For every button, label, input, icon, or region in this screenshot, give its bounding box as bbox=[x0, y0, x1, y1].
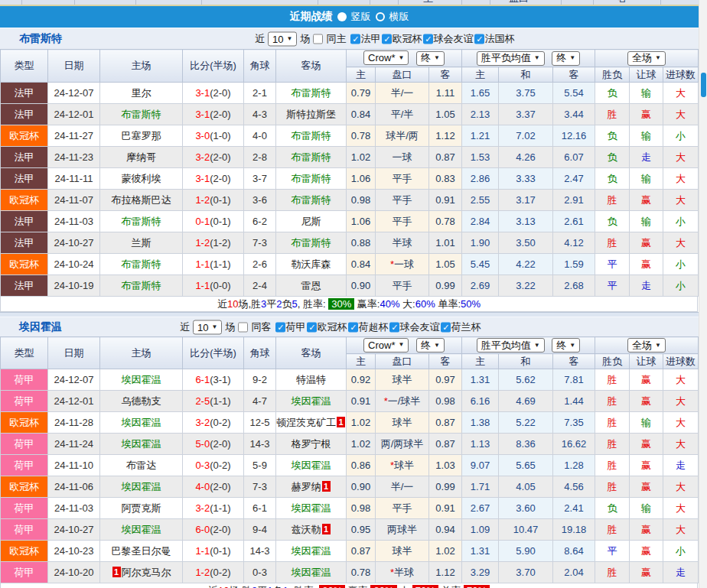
handicap-cell: 球半 bbox=[376, 369, 429, 391]
matches-table: 类型 日期 主场 比分(半场) 角球 客场 Crow*▼ 终▼ 胜平负均值▼ 终… bbox=[0, 336, 699, 583]
halftime-score: (1-2) bbox=[210, 237, 230, 249]
league-filter-label: 荷甲 bbox=[285, 320, 305, 334]
checkbox-checked-icon[interactable]: ✓ bbox=[307, 322, 317, 332]
avg-away-cell: 4.56 bbox=[553, 476, 595, 498]
avg-draw-cell: 4.69 bbox=[499, 391, 553, 412]
away-team-cell: 布雷斯特 bbox=[276, 125, 347, 147]
odds-source-select[interactable]: Crow*▼ bbox=[363, 338, 409, 352]
avg-state-select[interactable]: 终▼ bbox=[552, 338, 580, 352]
checkbox-checked-icon[interactable]: ✓ bbox=[441, 322, 451, 332]
handicap-result-cell: 输 bbox=[630, 412, 663, 434]
league-filter-item[interactable]: ✓球会友谊 bbox=[389, 320, 439, 334]
table-row: 法甲24-12-07里尔3-1(2-0)2-1布雷斯特0.79半/一1.111.… bbox=[1, 83, 699, 104]
horizontal-layout-label[interactable]: 横版 bbox=[389, 10, 409, 24]
handicap-cell: 平手 bbox=[376, 168, 429, 190]
score-cell: 3-1(2-0) bbox=[183, 168, 244, 190]
team-name: 埃因霍温 bbox=[122, 481, 161, 492]
odds-home-cell: 0.98 bbox=[347, 498, 376, 519]
date-cell: 24-11-03 bbox=[48, 211, 100, 232]
result-cell: 胜 bbox=[595, 412, 630, 434]
league-filter-item[interactable]: ✓法甲 bbox=[350, 32, 380, 46]
scrollbar-thumb[interactable] bbox=[701, 73, 706, 97]
scope-select[interactable]: 全场▼ bbox=[627, 51, 666, 66]
away-team-cell: 特温特 bbox=[276, 369, 347, 391]
avg-odds-select[interactable]: 胜平负均值▼ bbox=[477, 51, 545, 66]
league-filter-item[interactable]: ✓荷超杯 bbox=[348, 320, 388, 334]
home-team-cell: 巴黎圣日尔曼 bbox=[100, 541, 183, 562]
same-venue-checkbox[interactable] bbox=[313, 34, 323, 44]
scope-select[interactable]: 全场▼ bbox=[627, 338, 666, 352]
table-row: 欧冠杯24-11-28埃因霍温3-2(0-2)12-5顿涅茨克矿工11.02球半… bbox=[1, 412, 699, 434]
avg-state-select[interactable]: 终▼ bbox=[552, 51, 580, 66]
column-divider bbox=[21, 0, 22, 5]
scrollbar[interactable] bbox=[699, 0, 707, 588]
league-filter-item[interactable]: ✓欧冠杯 bbox=[382, 32, 422, 46]
games-count-select[interactable]: 10▼ bbox=[268, 31, 297, 46]
odds-away-cell: 0.87 bbox=[429, 434, 462, 455]
checkbox-checked-icon[interactable]: ✓ bbox=[350, 34, 360, 44]
date-cell: 24-10-20 bbox=[48, 562, 100, 583]
handicap-result-cell: 赢 bbox=[630, 519, 663, 541]
radio-vertical-selected[interactable] bbox=[337, 12, 347, 21]
odds-source-select[interactable]: Crow*▼ bbox=[363, 50, 409, 65]
goals-result-cell: 大 bbox=[663, 190, 699, 211]
checkbox-checked-icon[interactable]: ✓ bbox=[348, 322, 358, 332]
odds-state-select[interactable]: 终▼ bbox=[416, 51, 445, 66]
column-divider bbox=[561, 0, 562, 5]
goals-result-cell: 走 bbox=[663, 455, 699, 476]
checkbox-checked-icon[interactable]: ✓ bbox=[389, 322, 399, 332]
avg-home-cell: 1.31 bbox=[462, 369, 499, 391]
summary-text: , 胜率: bbox=[298, 298, 328, 310]
team-name-title: 埃因霍温 bbox=[19, 320, 62, 334]
fulltime-score: 5-0 bbox=[195, 438, 210, 450]
chevron-down-icon: ▼ bbox=[569, 55, 575, 61]
summary-text: 场,胜 bbox=[238, 298, 261, 310]
avg-home-cell: 2.86 bbox=[462, 168, 499, 190]
vertical-layout-label[interactable]: 竖版 bbox=[351, 10, 371, 24]
corner-cell: 2-1 bbox=[244, 83, 276, 104]
goals-result-cell: 大 bbox=[663, 104, 699, 125]
checkbox-checked-icon[interactable]: ✓ bbox=[474, 34, 484, 44]
column-divider bbox=[490, 0, 490, 5]
checkbox-checked-icon[interactable]: ✓ bbox=[382, 34, 392, 44]
league-filter-item[interactable]: ✓法国杯 bbox=[474, 32, 514, 46]
league-filter-item[interactable]: ✓荷兰杯 bbox=[441, 320, 481, 334]
fulltime-score: 6-1 bbox=[195, 374, 210, 385]
avg-home-cell: 2.84 bbox=[462, 211, 499, 232]
league-filter-item[interactable]: ✓欧冠杯 bbox=[307, 320, 347, 334]
league-filter-item[interactable]: ✓荷甲 bbox=[275, 320, 305, 334]
filter-bar: 近 10▼ 场 同主 ✓法甲✓欧冠杯✓球会友谊✓法国杯 bbox=[255, 31, 514, 46]
summary-text: 平 bbox=[266, 298, 276, 310]
same-venue-checkbox[interactable] bbox=[238, 322, 248, 332]
avg-draw-cell: 3.75 bbox=[499, 83, 553, 104]
handicap-cell: 半/一 bbox=[376, 476, 429, 498]
avg-draw-cell: 3.33 bbox=[499, 168, 553, 190]
odds-home-cell: 0.91 bbox=[347, 391, 376, 412]
away-team-cell: 布雷斯特 bbox=[276, 83, 347, 104]
avg-odds-select[interactable]: 胜平负均值▼ bbox=[477, 338, 545, 352]
home-team-cell: 埃因霍温 bbox=[100, 369, 183, 391]
handicap-result-cell: 赢 bbox=[630, 391, 663, 412]
league-filter-item[interactable]: ✓球会友谊 bbox=[423, 32, 473, 46]
checkbox-checked-icon[interactable]: ✓ bbox=[423, 34, 433, 44]
odds-home-cell: 0.79 bbox=[347, 83, 376, 104]
date-cell: 24-11-10 bbox=[48, 455, 100, 476]
team-name: 格罗宁根 bbox=[292, 438, 331, 450]
asterisk-mark: * bbox=[390, 258, 394, 270]
home-team-cell: 阿贾克斯 bbox=[100, 498, 183, 519]
league-cell: 荷甲 bbox=[1, 455, 48, 476]
date-cell: 24-12-01 bbox=[48, 391, 100, 412]
summary-text: 赢率: bbox=[354, 298, 380, 310]
col-type: 类型 bbox=[1, 337, 48, 369]
col-date: 日期 bbox=[48, 337, 100, 369]
summary-text: 1 bbox=[283, 585, 288, 588]
odds-state-select[interactable]: 终▼ bbox=[416, 338, 445, 352]
avg-away-cell: 2.68 bbox=[553, 275, 595, 297]
result-cell: 胜 bbox=[595, 562, 630, 583]
team-name: 摩纳哥 bbox=[126, 151, 156, 163]
games-count-select[interactable]: 10▼ bbox=[193, 320, 222, 334]
checkbox-checked-icon[interactable]: ✓ bbox=[275, 322, 285, 332]
radio-horizontal[interactable] bbox=[376, 12, 385, 21]
date-cell: 24-12-01 bbox=[48, 104, 100, 125]
corner-cell: 3-6 bbox=[244, 190, 276, 211]
